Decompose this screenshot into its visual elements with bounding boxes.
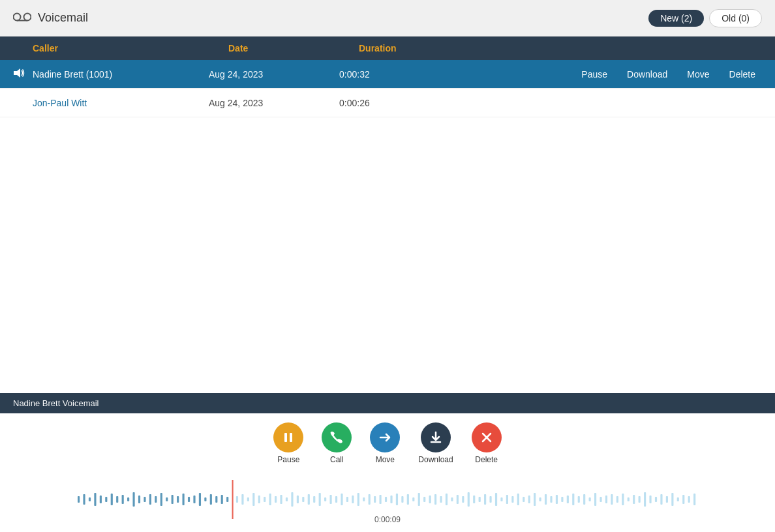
svg-rect-44 [275,496,277,503]
svg-rect-62 [374,496,376,503]
svg-rect-55 [335,496,337,503]
svg-rect-81 [478,497,480,502]
waveform-svg [78,480,697,519]
svg-rect-41 [258,495,260,503]
move-button[interactable]: Move [370,422,400,464]
action-delete-1[interactable]: Delete [729,69,755,80]
svg-rect-66 [396,494,398,505]
svg-rect-109 [633,495,635,504]
svg-rect-107 [622,494,624,505]
svg-rect-21 [144,497,145,502]
svg-rect-35 [220,495,222,504]
table-row[interactable]: Nadine Brett (1001) Aug 24, 2023 0:00:32… [0,60,775,89]
svg-rect-36 [226,497,228,502]
call-circle [322,422,352,452]
row-duration-2: 0:00:26 [339,98,470,108]
svg-rect-71 [423,497,425,502]
row-date-1: Aug 24, 2023 [209,69,339,80]
svg-rect-85 [500,497,502,501]
svg-point-0 [14,13,21,20]
pause-circle [273,422,303,452]
call-button[interactable]: Call [322,422,352,464]
svg-rect-92 [539,497,541,501]
table-row[interactable]: Jon-Paul Witt Aug 24, 2023 0:00:26 [0,89,775,117]
svg-rect-106 [616,496,618,503]
svg-rect-75 [446,494,448,505]
svg-rect-79 [467,492,469,507]
svg-rect-64 [385,497,387,502]
svg-rect-82 [484,494,486,505]
svg-rect-86 [506,495,508,504]
svg-rect-61 [368,494,370,505]
svg-rect-83 [489,496,491,503]
move-label: Move [376,455,395,464]
svg-rect-56 [341,494,342,505]
svg-rect-115 [666,496,668,503]
svg-rect-11 [89,497,91,501]
svg-rect-30 [193,495,195,503]
player-controls: Pause Call Move [0,413,775,532]
svg-rect-28 [182,494,184,505]
svg-rect-4 [284,433,287,442]
svg-rect-42 [264,497,266,502]
svg-rect-12 [94,493,96,506]
svg-rect-16 [116,496,118,503]
svg-rect-65 [390,495,392,503]
svg-rect-98 [572,494,574,505]
svg-rect-87 [511,496,513,503]
svg-rect-103 [600,497,601,502]
action-move-1[interactable]: Move [687,69,709,80]
table-header: Caller Date Duration [0,37,775,60]
svg-rect-104 [605,495,607,503]
svg-rect-89 [523,497,524,502]
tab-new[interactable]: New (2) [648,10,704,27]
svg-rect-90 [528,495,530,503]
svg-rect-18 [127,497,129,501]
row-caller-2: Jon-Paul Witt [33,98,209,108]
svg-rect-102 [594,493,596,506]
page-title: Voicemail [38,11,648,25]
pause-button[interactable]: Pause [273,422,303,464]
svg-rect-60 [363,497,365,501]
svg-rect-45 [280,495,282,504]
svg-rect-49 [302,497,304,502]
tab-old[interactable]: Old (0) [709,9,762,27]
action-pause-1[interactable]: Pause [581,69,607,80]
download-button[interactable]: Download [418,422,453,464]
table-body: Nadine Brett (1001) Aug 24, 2023 0:00:32… [0,60,775,393]
svg-rect-76 [451,497,453,501]
svg-rect-48 [297,495,299,503]
svg-rect-14 [105,497,107,502]
download-label: Download [418,455,453,464]
delete-button[interactable]: Delete [472,422,502,464]
svg-rect-119 [688,496,690,503]
action-download-1[interactable]: Download [627,69,667,80]
svg-rect-101 [588,497,590,501]
svg-rect-26 [171,495,173,504]
svg-rect-120 [693,494,695,505]
svg-rect-51 [313,496,315,503]
svg-rect-19 [132,492,134,507]
svg-rect-22 [149,494,151,505]
svg-rect-5 [290,433,292,442]
control-buttons: Pause Call Move [273,422,501,464]
svg-rect-118 [682,495,684,504]
row-actions-1: Pause Download Move Delete [470,69,762,80]
svg-point-1 [24,13,31,20]
svg-rect-63 [379,495,381,504]
player-bar: Nadine Brett Voicemail [0,393,775,413]
svg-rect-29 [188,497,190,502]
svg-rect-96 [561,497,563,502]
svg-rect-47 [291,492,293,507]
svg-rect-34 [215,496,217,503]
svg-rect-33 [210,494,212,505]
delete-label: Delete [475,455,498,464]
player-title: Nadine Brett Voicemail [13,398,99,408]
svg-rect-77 [457,495,459,504]
svg-rect-72 [429,495,431,503]
waveform-area[interactable]: 0:00:09 [0,473,775,525]
svg-rect-10 [83,494,85,505]
svg-rect-40 [252,493,254,506]
svg-rect-20 [138,495,140,503]
svg-rect-50 [307,494,309,505]
